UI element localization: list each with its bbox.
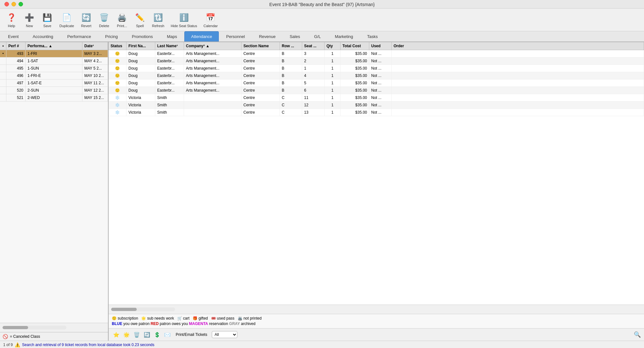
tab-maps[interactable]: Maps xyxy=(160,31,184,42)
td-status: 🙂 xyxy=(109,72,126,79)
table-row[interactable]: 🙂 Doug Easterbr... Arts Management... Ce… xyxy=(109,57,644,65)
left-scrollbar[interactable] xyxy=(0,323,108,332)
table-row[interactable]: ❄️ Victoria Smith Centre C 12 1 $35.00 N… xyxy=(109,102,644,109)
td-first: Victoria xyxy=(126,109,155,116)
th-order[interactable]: Order xyxy=(392,42,644,50)
row-perf-num: 494 xyxy=(6,57,26,64)
td-total: $35.00 xyxy=(341,50,369,57)
minimize-button[interactable] xyxy=(12,2,16,6)
email-icon[interactable]: ✉️ xyxy=(163,330,172,339)
td-used: Not ... xyxy=(369,79,392,87)
tab-attendance[interactable]: Attendance xyxy=(184,31,219,42)
row-perf-name: 1-FRI xyxy=(26,50,82,57)
payment-icon[interactable]: 💲 xyxy=(153,330,162,339)
table-row[interactable]: 🙂 Doug Easterbr... Arts Management... Ce… xyxy=(109,50,644,57)
toolbar-print-button[interactable]: 🖨️Print... xyxy=(114,11,130,29)
left-table-row[interactable]: • 493 1-FRI MAY 3 2... xyxy=(0,50,108,57)
tab-gl[interactable]: G/L xyxy=(307,31,327,42)
td-company: Arts Management... xyxy=(184,50,241,57)
table-row[interactable]: 🙂 Doug Easterbr... Arts Management... Ce… xyxy=(109,79,644,87)
revert-icon: 🔄 xyxy=(80,12,92,23)
highlight-icon[interactable]: 🌟 xyxy=(122,330,131,339)
tab-pricing[interactable]: Pricing xyxy=(98,31,125,42)
toolbar-hide-seat-status-button[interactable]: ℹ️Hide Seat Status xyxy=(168,11,200,29)
maximize-button[interactable] xyxy=(19,2,23,6)
left-table-row[interactable]: 521 2-WED MAY 15 2... xyxy=(0,94,108,102)
td-last: Easterbr... xyxy=(155,57,184,64)
th-company[interactable]: Company³ ▲ xyxy=(184,42,241,50)
th-first[interactable]: First Na... xyxy=(126,42,155,50)
th-status[interactable]: Status xyxy=(109,42,126,50)
tab-personnel[interactable]: Personnel xyxy=(219,31,252,42)
tab-sales[interactable]: Sales xyxy=(283,31,307,42)
left-table-row[interactable]: 494 1-SAT MAY 4 2... xyxy=(0,57,108,65)
close-button[interactable] xyxy=(4,2,9,6)
td-section: Centre xyxy=(241,102,280,109)
col-perf-num[interactable]: Perf # xyxy=(6,42,26,50)
td-seat: 11 xyxy=(302,94,325,101)
td-qty: 1 xyxy=(325,94,341,101)
tab-event[interactable]: Event xyxy=(1,31,25,42)
toolbar-help-button[interactable]: ❓Help xyxy=(3,11,20,29)
td-row: B xyxy=(280,79,302,87)
td-last: Easterbr... xyxy=(155,50,184,57)
th-row[interactable]: Row ... xyxy=(280,42,302,50)
tab-marketing[interactable]: Marketing xyxy=(328,31,360,42)
toolbar-new-button[interactable]: ➕New xyxy=(21,11,38,29)
toolbar-delete-button[interactable]: 🗑️Delete xyxy=(96,11,112,29)
tab-tasks[interactable]: Tasks xyxy=(360,31,384,42)
td-order xyxy=(392,57,644,64)
col-bullet[interactable]: • xyxy=(0,42,6,50)
table-row[interactable]: ❄️ Victoria Smith Centre C 13 1 $35.00 N… xyxy=(109,109,644,116)
right-panel: Status First Na... Last Name¹ Company³ ▲… xyxy=(109,42,644,341)
th-last[interactable]: Last Name¹ xyxy=(155,42,184,50)
td-first: Victoria xyxy=(126,102,155,109)
td-used: Not ... xyxy=(369,94,392,101)
td-total: $35.00 xyxy=(341,94,369,101)
col-perf-name[interactable]: Performa... ▲ xyxy=(26,42,82,50)
table-row[interactable]: 🙂 Doug Easterbr... Arts Management... Ce… xyxy=(109,65,644,72)
th-used[interactable]: Used xyxy=(369,42,392,50)
td-total: $35.00 xyxy=(341,102,369,109)
left-table-row[interactable]: 497 1-SAT-E MAY 11 2... xyxy=(0,79,108,87)
refresh-icon[interactable]: 🔄 xyxy=(142,330,151,339)
td-last: Smith xyxy=(155,94,184,101)
tab-revenue[interactable]: Revenue xyxy=(252,31,282,42)
th-seat[interactable]: Seat ... xyxy=(302,42,325,50)
legend-blue: BLUE xyxy=(112,322,122,326)
col-date[interactable]: Date¹ xyxy=(82,42,108,50)
toolbar-calendar-button[interactable]: 📅Calendar xyxy=(201,11,220,29)
left-table-row[interactable]: 495 1-SUN MAY 5 2... xyxy=(0,65,108,72)
toolbar-save-button[interactable]: 💾Save xyxy=(39,11,56,29)
td-seat: 6 xyxy=(302,87,325,94)
print-icon: 🖨️ xyxy=(116,12,128,23)
tab-performance[interactable]: Performance xyxy=(61,31,98,42)
print-select[interactable]: All xyxy=(212,331,237,338)
toolbar-refresh-button[interactable]: 🔃Refresh xyxy=(150,11,167,29)
right-scrollbar[interactable] xyxy=(109,305,644,314)
left-table-row[interactable]: 520 2-SUN MAY 12 2... xyxy=(0,87,108,94)
td-row: C xyxy=(280,94,302,101)
magnifier-icon[interactable]: 🔍 xyxy=(634,331,641,338)
td-qty: 1 xyxy=(325,102,341,109)
tab-promotions[interactable]: Promotions xyxy=(125,31,160,42)
th-qty[interactable]: Qty xyxy=(325,42,341,50)
toolbar: ❓Help➕New💾Save📄Duplicate🔄Revert🗑️Delete🖨… xyxy=(0,9,644,31)
td-status: ❄️ xyxy=(109,94,126,101)
tab-accounting[interactable]: Accounting xyxy=(26,31,60,42)
left-table-row[interactable]: 496 1-FRI-E MAY 10 2... xyxy=(0,72,108,79)
toolbar-revert-button[interactable]: 🔄Revert xyxy=(78,11,95,29)
calendar-icon: 📅 xyxy=(205,12,216,23)
table-row[interactable]: ❄️ Victoria Smith Centre C 11 1 $35.00 N… xyxy=(109,94,644,102)
td-order xyxy=(392,87,644,94)
toolbar-duplicate-button[interactable]: 📄Duplicate xyxy=(57,11,77,29)
delete-icon[interactable]: 🗑️ xyxy=(132,330,141,339)
th-total[interactable]: Total Cost xyxy=(341,42,369,50)
toolbar-spell-button[interactable]: ✏️Spell xyxy=(132,11,148,29)
td-first: Doug xyxy=(126,57,155,64)
table-row[interactable]: 🙂 Doug Easterbr... Arts Management... Ce… xyxy=(109,87,644,94)
table-row[interactable]: 🙂 Doug Easterbr... Arts Management... Ce… xyxy=(109,72,644,79)
td-status: ❄️ xyxy=(109,102,126,109)
th-section[interactable]: Section Name xyxy=(241,42,280,50)
star-icon[interactable]: ⭐ xyxy=(112,330,121,339)
